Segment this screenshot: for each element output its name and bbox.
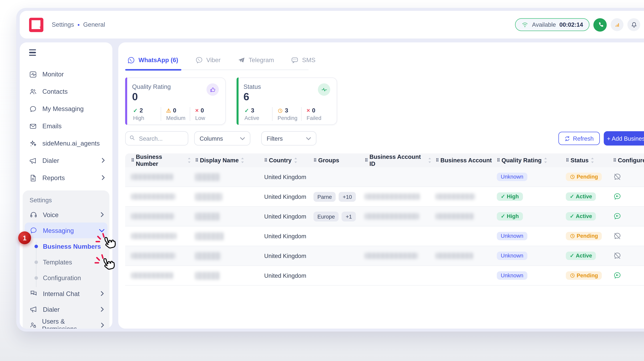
availability-pill[interactable]: Available 00:02:14 xyxy=(515,18,590,31)
col-status[interactable]: ⠿Status xyxy=(562,153,609,167)
refresh-button[interactable]: Refresh xyxy=(558,132,600,145)
sidebar-item-internal-chat[interactable]: Internal Chat xyxy=(23,286,109,301)
tab-sms[interactable]: SMS xyxy=(291,56,316,70)
sort-icon[interactable] xyxy=(544,157,548,163)
configured-icon xyxy=(613,212,622,220)
sidebar-item-ai-agents[interactable]: sideMenu.ai_agents xyxy=(20,135,112,152)
menu-toggle-button[interactable] xyxy=(29,49,36,56)
group-overflow-chip[interactable]: +1 xyxy=(342,211,356,221)
filters-dropdown[interactable]: Filters xyxy=(261,131,316,146)
sidebar-item-settings-dialer[interactable]: Dialer xyxy=(23,301,109,317)
redacted-business-number xyxy=(131,253,176,259)
col-business-number[interactable]: ⠿Business Number xyxy=(125,153,191,167)
col-display-name[interactable]: ⠿Display Name xyxy=(191,153,260,167)
redacted-account xyxy=(436,213,474,220)
redacted-display-name xyxy=(195,232,224,240)
sort-icon[interactable] xyxy=(294,157,298,163)
sidebar-item-label: Templates xyxy=(43,258,72,266)
signal-button[interactable] xyxy=(611,18,624,31)
table-row[interactable]: United Kingdom Unknown Pending xyxy=(125,266,644,286)
redacted-business-number xyxy=(131,272,174,279)
not-configured-icon xyxy=(613,252,622,260)
phone-button[interactable] xyxy=(594,18,607,31)
sort-icon[interactable] xyxy=(428,157,432,163)
settings-group-title: Settings xyxy=(23,194,109,207)
col-quality-rating[interactable]: ⠿Quality Rating xyxy=(493,153,562,167)
chevron-right-icon xyxy=(100,307,104,312)
sidebar-item-emails[interactable]: Emails xyxy=(20,117,112,135)
table-row[interactable]: United Kingdom Unknown ✓Active xyxy=(125,246,644,266)
table-row[interactable]: United Kingdom Unknown Pending xyxy=(125,167,644,187)
add-business-number-button[interactable]: + Add Business Number xyxy=(604,131,644,146)
columns-dropdown[interactable]: Columns xyxy=(194,131,250,146)
col-country[interactable]: ⠿Country xyxy=(260,153,310,167)
redacted-business-number xyxy=(131,174,174,180)
group-overflow-chip[interactable]: +10 xyxy=(339,192,356,202)
sms-icon xyxy=(291,56,298,64)
sidebar-item-reports[interactable]: Reports xyxy=(20,169,112,187)
thumbs-up-icon xyxy=(206,83,219,96)
sidebar-item-dialer[interactable]: Dialer xyxy=(20,152,112,169)
not-configured-icon xyxy=(613,232,622,240)
redacted-display-name xyxy=(195,193,222,200)
configured-icon xyxy=(613,192,622,201)
sidebar-item-users-permissions[interactable]: Users & Permissions xyxy=(23,317,109,328)
quality-badge: ✓High xyxy=(497,212,523,220)
redacted-display-name xyxy=(195,212,220,220)
chevron-down-icon xyxy=(99,228,104,233)
group-chip[interactable]: Europe xyxy=(314,211,339,221)
status-badge: ✓Active xyxy=(566,192,596,201)
tab-whatsapp[interactable]: WhatsApp (6) xyxy=(127,56,178,70)
notifications-button[interactable] xyxy=(628,18,640,31)
col-groups[interactable]: ⠿Groups xyxy=(310,153,361,167)
screenshot-stage: t Settings • General Available 00:02:14 xyxy=(0,0,644,361)
sidebar-item-label: Messaging xyxy=(43,227,74,234)
country-cell: United Kingdom xyxy=(260,246,310,265)
breadcrumb-page: General xyxy=(83,21,105,28)
table-row[interactable]: United Kingdom Parne+10 ✓High ✓Active xyxy=(125,187,644,207)
sidebar-item-label: Voice xyxy=(43,211,58,218)
pulse-icon xyxy=(318,83,330,96)
sidebar-item-monitor[interactable]: Monitor xyxy=(20,66,112,83)
sidebar-item-label: Dialer xyxy=(42,157,59,164)
headset-icon xyxy=(30,211,38,219)
table-row[interactable]: United Kingdom Unknown Pending xyxy=(125,226,644,246)
col-business-account[interactable]: ⠿Business Account xyxy=(432,153,493,167)
sort-icon[interactable] xyxy=(590,157,594,163)
quality-rating-card: Quality Rating 0 ✓2 High ⚠0 xyxy=(125,78,226,125)
brand-logo[interactable]: t xyxy=(29,18,44,32)
chevron-right-icon xyxy=(100,212,104,217)
tabs-underline xyxy=(125,69,308,70)
channel-tabs: WhatsApp (6) Viber Telegram SMS xyxy=(125,56,644,70)
availability-timer: 00:02:14 xyxy=(560,21,583,28)
sidebar-item-label: Business Numbers xyxy=(43,242,101,250)
tab-viber[interactable]: Viber xyxy=(195,56,221,70)
sort-icon[interactable] xyxy=(240,157,244,163)
bell-icon xyxy=(630,21,638,28)
sidebar-item-label: Monitor xyxy=(42,71,64,78)
breadcrumb-section[interactable]: Settings xyxy=(52,21,74,28)
card-value: 6 xyxy=(244,91,261,103)
stat-pending: 3 Pending xyxy=(272,107,301,121)
sidebar-item-contacts[interactable]: Contacts xyxy=(20,83,112,100)
table-row[interactable]: United Kingdom Europe+1 ✓High ✓Active xyxy=(125,207,644,226)
main-content: WhatsApp (6) Viber Telegram SMS xyxy=(118,43,644,328)
group-chip[interactable]: Parne xyxy=(314,192,336,202)
sidebar-item-voice[interactable]: Voice xyxy=(23,207,109,223)
tab-telegram[interactable]: Telegram xyxy=(238,56,274,70)
search-icon xyxy=(129,135,136,141)
sidebar-item-my-messaging[interactable]: My Messaging xyxy=(20,100,112,117)
country-cell: United Kingdom xyxy=(260,266,310,285)
sort-icon[interactable] xyxy=(188,157,191,163)
col-configured[interactable]: ⠿Configured xyxy=(609,153,644,167)
top-right-cluster: Available 00:02:14 AD xyxy=(515,18,644,32)
col-business-account-id[interactable]: ⠿Business Account ID xyxy=(361,153,432,167)
status-card: Status 6 ✓3 Active 3 xyxy=(236,78,337,125)
clock-icon xyxy=(278,108,283,113)
redacted-business-number xyxy=(131,213,174,220)
contacts-icon xyxy=(29,88,37,96)
redacted-account-id xyxy=(365,253,418,259)
stat-failed: ×0 Failed xyxy=(301,107,330,121)
stat-low: ×0 Low xyxy=(190,107,219,121)
monitor-icon xyxy=(29,70,37,78)
